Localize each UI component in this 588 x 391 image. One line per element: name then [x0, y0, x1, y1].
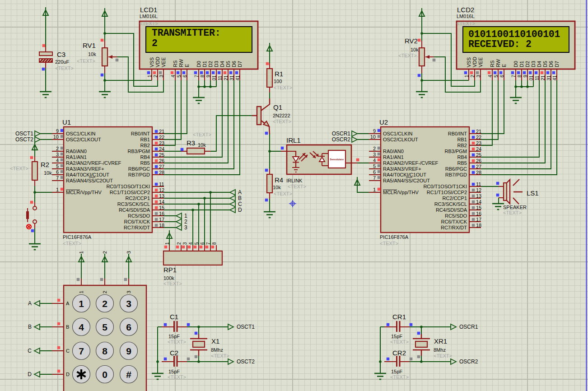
- svg-text:8Mhz: 8Mhz: [211, 347, 223, 353]
- svg-text:OSCT2: OSCT2: [15, 136, 33, 143]
- svg-text:2: 2: [153, 75, 158, 78]
- svg-text:OSC1/CLKIN: OSC1/CLKIN: [383, 131, 412, 136]
- svg-text:1: 1: [79, 291, 84, 293]
- svg-text:OSCR2: OSCR2: [459, 358, 478, 365]
- svg-text:15pF: 15pF: [391, 369, 402, 374]
- svg-text:7: 7: [56, 175, 59, 181]
- svg-text:10k: 10k: [273, 185, 281, 190]
- svg-text:RA0/AN0: RA0/AN0: [383, 149, 404, 154]
- svg-text:9: 9: [56, 128, 59, 134]
- svg-text:<TEXT>: <TEXT>: [390, 374, 409, 380]
- svg-text:RB4: RB4: [140, 154, 150, 160]
- svg-text:R3: R3: [187, 139, 195, 147]
- svg-text:OSCT1: OSCT1: [15, 130, 33, 137]
- svg-text:D3: D3: [531, 61, 536, 67]
- svg-text:27: 27: [476, 164, 481, 169]
- svg-text:<TEXT>: <TEXT>: [55, 65, 74, 71]
- svg-text:RA5/AN4/SS/C2OUT: RA5/AN4/SS/C2OUT: [383, 178, 430, 183]
- svg-text:VDD: VDD: [155, 57, 160, 67]
- svg-text:D6: D6: [548, 61, 554, 67]
- svg-text:<TEXT>: <TEXT>: [168, 374, 186, 380]
- svg-text:27: 27: [159, 164, 164, 169]
- svg-text:4: 4: [79, 322, 84, 332]
- svg-text:7: 7: [373, 175, 376, 181]
- svg-text:RA2/AN2/VREF-/CVREF: RA2/AN2/VREF-/CVREF: [383, 160, 439, 166]
- svg-text:<TEXT>: <TEXT>: [193, 132, 211, 137]
- svg-text:<TEXT>: <TEXT>: [390, 339, 409, 344]
- svg-text:D4: D4: [219, 61, 225, 67]
- svg-text:41: 41: [552, 75, 557, 80]
- svg-text:16: 16: [159, 211, 164, 216]
- svg-text:RB3/PGM: RB3/PGM: [127, 149, 150, 154]
- svg-text:1: 1: [464, 75, 469, 78]
- svg-text:C1: C1: [170, 313, 178, 321]
- svg-text:R4: R4: [275, 176, 283, 184]
- svg-text:4: 4: [56, 158, 59, 163]
- svg-text:31: 31: [546, 75, 551, 80]
- svg-text:C: C: [238, 201, 242, 207]
- svg-text:OSC1/CLKIN: OSC1/CLKIN: [66, 131, 95, 136]
- svg-text:RB7/PGD: RB7/PGD: [445, 172, 467, 177]
- svg-text:15: 15: [476, 205, 481, 210]
- svg-text:220uF: 220uF: [55, 59, 69, 65]
- svg-text:1: 1: [184, 213, 187, 219]
- svg-text:VDD: VDD: [472, 57, 477, 67]
- svg-text:RC5/SDO: RC5/SDO: [128, 213, 150, 219]
- svg-text:<TEXT>: <TEXT>: [168, 339, 186, 344]
- svg-text:9: 9: [523, 75, 528, 78]
- svg-text:RB5: RB5: [457, 160, 467, 166]
- svg-text:B: B: [66, 324, 69, 330]
- svg-text:11: 11: [476, 182, 481, 187]
- svg-text:OSCR2: OSCR2: [332, 136, 351, 143]
- svg-text:6: 6: [182, 75, 187, 78]
- svg-text:26: 26: [476, 158, 481, 163]
- svg-text:D3: D3: [214, 61, 219, 67]
- svg-text:12: 12: [476, 187, 481, 193]
- svg-text:RA4/T0CKI/C1OUT: RA4/T0CKI/C1OUT: [383, 172, 426, 177]
- svg-text:4: 4: [373, 158, 376, 163]
- svg-text:9: 9: [373, 128, 376, 134]
- svg-text:3: 3: [126, 251, 131, 254]
- svg-text:24: 24: [159, 146, 164, 152]
- svg-text:CR2: CR2: [392, 349, 406, 357]
- svg-text:R2: R2: [41, 161, 49, 168]
- svg-text:100k: 100k: [163, 275, 174, 281]
- svg-text:<TEXT>: <TEXT>: [10, 166, 28, 171]
- svg-text:RA4/T0CKI/C1OUT: RA4/T0CKI/C1OUT: [66, 172, 109, 177]
- svg-text:RB4: RB4: [457, 154, 467, 160]
- svg-text:15pF: 15pF: [168, 334, 180, 339]
- svg-text:Demodulator: Demodulator: [330, 158, 344, 161]
- svg-text:OSCR1: OSCR1: [332, 130, 351, 137]
- svg-text:2: 2: [177, 242, 182, 245]
- svg-text:8: 8: [102, 346, 107, 356]
- svg-text:LS1: LS1: [527, 189, 539, 197]
- svg-text:C: C: [28, 348, 32, 354]
- svg-text:6: 6: [373, 169, 376, 175]
- svg-text:RC6/TX/CK: RC6/TX/CK: [124, 219, 150, 224]
- svg-text:7: 7: [194, 75, 199, 78]
- svg-text:IRLINK: IRLINK: [286, 178, 303, 183]
- svg-text:14: 14: [476, 199, 481, 205]
- svg-text:VSS: VSS: [466, 57, 471, 67]
- svg-text:01: 01: [212, 75, 217, 80]
- svg-text:21: 21: [159, 129, 164, 134]
- svg-text:3: 3: [184, 224, 187, 231]
- svg-text:41: 41: [235, 75, 240, 80]
- svg-text:D7: D7: [554, 61, 560, 67]
- svg-text:RP1: RP1: [163, 266, 177, 274]
- svg-text:A: A: [238, 189, 242, 196]
- svg-text:RC2/CCP1: RC2/CCP1: [443, 196, 467, 201]
- svg-text:RA1/AN1: RA1/AN1: [383, 154, 404, 160]
- svg-text:RC7/RX/DT: RC7/RX/DT: [441, 225, 467, 230]
- svg-text:VEE: VEE: [161, 57, 166, 67]
- svg-text:1: 1: [56, 187, 59, 192]
- svg-text:RB5: RB5: [140, 160, 150, 166]
- svg-text:7: 7: [206, 242, 211, 245]
- svg-text:RB7/PGD: RB7/PGD: [128, 172, 150, 177]
- svg-text:10k: 10k: [44, 170, 52, 176]
- svg-text:<TEXT>: <TEXT>: [63, 241, 81, 246]
- svg-text:D5: D5: [225, 61, 231, 67]
- svg-text:SPEAKER: SPEAKER: [503, 205, 527, 210]
- svg-text:PIC16F876A: PIC16F876A: [63, 234, 92, 240]
- svg-text:RA3/AN3/VREF+: RA3/AN3/VREF+: [66, 166, 104, 172]
